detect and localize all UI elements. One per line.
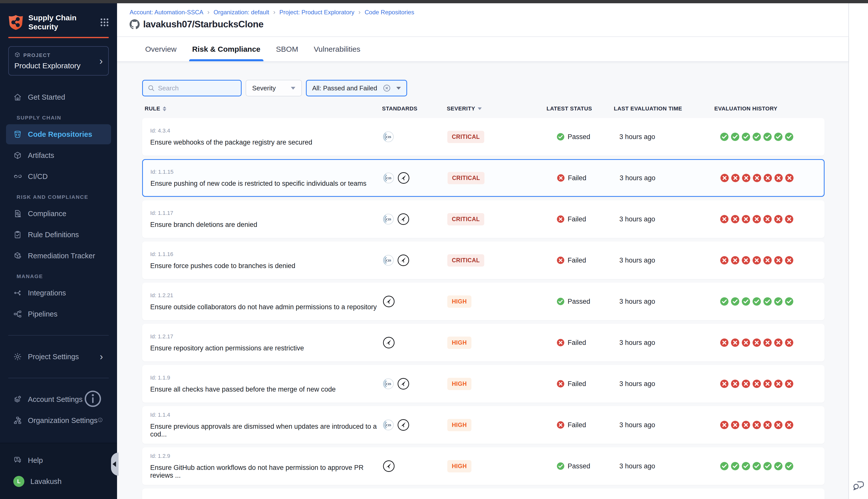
- severity-filter-dropdown[interactable]: Severity: [246, 80, 302, 96]
- user-name: Lavakush: [31, 477, 61, 486]
- rule-cell: Id: 4.3.4Ensure webhooks of the package …: [150, 127, 383, 146]
- sidebar-item-help[interactable]: Help: [6, 450, 111, 471]
- chevron-right-icon: ›: [99, 56, 103, 66]
- evaluation-history-cell: [720, 421, 824, 429]
- rule-id: Id: 1.1.15: [150, 169, 383, 175]
- github-icon: [130, 19, 140, 29]
- search-box[interactable]: [142, 80, 242, 96]
- table-row[interactable]: Id: 1.2.21Ensure outside collaborators d…: [142, 283, 824, 320]
- tab-overview[interactable]: Overview: [145, 37, 177, 61]
- standards-cell: CIS: [383, 254, 447, 267]
- rule-text: Ensure previous approvals are dismissed …: [150, 423, 383, 438]
- history-failed-icon: [720, 421, 729, 429]
- org-hierarchy-icon: [13, 416, 22, 425]
- evaluation-history-cell: [720, 297, 824, 306]
- rule-cell: Id: 1.2.9Ensure GitHub action workflows …: [150, 453, 383, 479]
- table-row[interactable]: Id: 1.1.17Ensure branch deletions are de…: [142, 200, 824, 238]
- sort-desc-icon: [478, 107, 482, 110]
- history-failed-icon: [731, 421, 740, 429]
- app-title: Supply Chain Security: [28, 13, 100, 32]
- breadcrumb-link[interactable]: Account: Automation-SSCA: [130, 9, 203, 16]
- sidebar-user[interactable]: LLavakush: [6, 471, 111, 491]
- table-row[interactable]: Id: 1.1.16Ensure force pushes code to br…: [142, 242, 824, 279]
- sidebar-nav: Get StartedSUPPLY CHAINCode Repositories…: [0, 75, 117, 443]
- evaluation-history-cell: [720, 173, 824, 182]
- severity-badge: HIGH: [447, 419, 471, 431]
- paper-plane-standard-icon: [397, 254, 410, 267]
- sidebar-item-integrations[interactable]: Integrations: [6, 283, 111, 303]
- apps-grid-icon[interactable]: [100, 18, 109, 27]
- passed-status-icon: [557, 462, 565, 470]
- history-passed-icon: [720, 132, 729, 141]
- standards-cell: [383, 336, 447, 349]
- table-row[interactable]: Id: 1.1.5CISHIGHFailed3 hours ago: [142, 488, 824, 499]
- sidebar-item-get-started[interactable]: Get Started: [6, 87, 111, 107]
- search-input[interactable]: [158, 84, 236, 92]
- table-row[interactable]: Id: 1.1.9Ensure all checks have passed b…: [142, 365, 824, 403]
- sidebar-item-pipelines[interactable]: Pipelines: [6, 304, 111, 324]
- paper-plane-standard-icon: [383, 460, 395, 472]
- clear-filter-icon[interactable]: [383, 84, 391, 92]
- chat-bubbles-icon[interactable]: [853, 479, 865, 491]
- table-row[interactable]: Id: 4.3.4Ensure webhooks of the package …: [142, 118, 824, 156]
- column-header-latest-status[interactable]: LATEST STATUS: [546, 106, 614, 112]
- sidebar-item-ci-cd[interactable]: CI/CD: [6, 167, 111, 186]
- table-row[interactable]: Id: 1.2.9Ensure GitHub action workflows …: [142, 447, 824, 485]
- tab-sbom[interactable]: SBOM: [276, 37, 298, 61]
- cis-standard-icon: CIS: [383, 255, 394, 266]
- breadcrumb-link[interactable]: Project: Product Exploratory: [279, 9, 354, 16]
- history-failed-icon: [785, 256, 794, 265]
- paper-plane-standard-icon: [383, 295, 395, 308]
- breadcrumb-separator-icon: ›: [358, 8, 361, 16]
- history-passed-icon: [752, 462, 761, 471]
- table-row[interactable]: Id: 1.1.4Ensure previous approvals are d…: [142, 406, 824, 444]
- sidebar-logo-row: Supply Chain Security: [0, 3, 117, 32]
- sidebar-item-organization-settings[interactable]: Organization Settings: [6, 410, 111, 430]
- column-header-rule[interactable]: RULE: [145, 106, 382, 112]
- evaluation-history-cell: [720, 462, 824, 471]
- sidebar-item-remediation-tracker[interactable]: Remediation Tracker: [6, 246, 111, 266]
- failed-status-icon: [557, 380, 565, 388]
- sidebar-item-account-settings[interactable]: Account Settings: [6, 389, 111, 410]
- tab-risk-compliance[interactable]: Risk & Compliance: [192, 37, 261, 61]
- history-failed-icon: [774, 338, 783, 347]
- breadcrumb-link[interactable]: Organization: default: [214, 9, 269, 16]
- latest-status-cell: Passed: [557, 462, 614, 470]
- chevron-right-icon: ›: [100, 351, 103, 362]
- column-header-evaluation-history[interactable]: EVALUATION HISTORY: [714, 106, 824, 112]
- sidebar-item-label: Organization Settings: [28, 416, 97, 425]
- column-header-standards[interactable]: STANDARDS: [382, 106, 447, 112]
- history-failed-icon: [752, 338, 761, 347]
- sidebar-item-artifacts[interactable]: Artifacts: [6, 145, 111, 166]
- breadcrumb-link[interactable]: Code Repositories: [365, 9, 414, 16]
- code-repositories-icon: [13, 130, 22, 138]
- status-filter-dropdown[interactable]: All: Passed and Failed: [306, 80, 407, 96]
- cis-standard-icon: CIS: [383, 172, 394, 184]
- severity-badge: HIGH: [447, 295, 471, 308]
- standards-cell: [383, 460, 447, 472]
- tab-vulnerabilities[interactable]: Vulnerabilities: [314, 37, 360, 61]
- column-header-last-evaluation-time[interactable]: LAST EVALUATION TIME: [614, 106, 714, 112]
- sidebar-item-label: Get Started: [28, 93, 65, 101]
- history-failed-icon: [720, 256, 729, 265]
- history-failed-icon: [763, 173, 772, 182]
- latest-status-cell: Failed: [557, 421, 614, 429]
- history-failed-icon: [720, 173, 729, 182]
- sidebar-collapse-handle[interactable]: [111, 453, 119, 476]
- severity-badge: CRITICAL: [447, 254, 484, 267]
- sidebar-item-code-repositories[interactable]: Code Repositories: [6, 124, 111, 144]
- sidebar-item-rule-definitions[interactable]: Rule Definitions: [6, 224, 111, 245]
- evaluation-history-cell: [720, 338, 824, 347]
- cube-icon: [14, 52, 20, 59]
- history-failed-icon: [731, 379, 740, 388]
- column-header-severity[interactable]: SEVERITY: [447, 106, 546, 112]
- sidebar-item-label: CI/CD: [28, 172, 48, 181]
- sidebar-item-compliance[interactable]: Compliance: [6, 204, 111, 224]
- history-failed-icon: [742, 379, 750, 388]
- table-row[interactable]: Id: 1.1.15Ensure pushing of new code is …: [142, 159, 824, 197]
- project-selector[interactable]: PROJECT Product Exploratory ›: [8, 46, 109, 75]
- status-label: Failed: [568, 257, 586, 264]
- sidebar-item-project-settings[interactable]: Project Settings›: [6, 346, 111, 367]
- table-row[interactable]: Id: 1.2.17Ensure repository action permi…: [142, 324, 824, 362]
- last-evaluation-time: 3 hours ago: [619, 421, 715, 429]
